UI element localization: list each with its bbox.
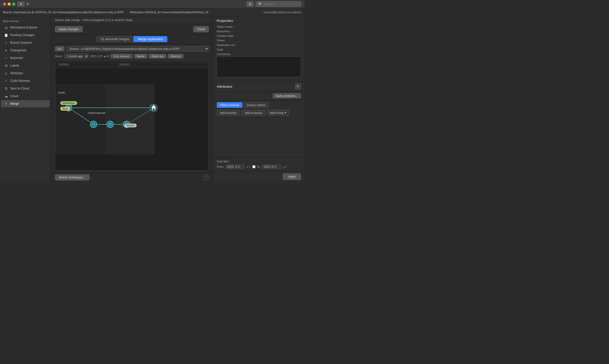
workspace-path: /Users/marklao/Desktop/0204Test_03 xyxy=(162,11,208,14)
close-button[interactable]: Close xyxy=(193,26,209,32)
replication-src-label: Replication src: xyxy=(217,43,245,47)
sidebar-item-code-reviews[interactable]: // Code Reviews xyxy=(1,77,50,84)
sidebar-item-sync-to-cloud[interactable]: ⇅ Sync to Cloud xyxy=(1,85,50,92)
zoom-out-button[interactable]: Zoom out xyxy=(149,54,166,58)
graph-svg xyxy=(55,68,209,170)
main-branch-label: /main xyxy=(56,90,67,95)
sidebar-item-labels[interactable]: 🏷 Labels xyxy=(1,62,50,69)
workspace-name: 0204Test_03 xyxy=(35,11,51,14)
source-row: Go Source - cs:3@0204Test_03@ssl://china… xyxy=(55,46,209,52)
creation-date-label: Creation date: xyxy=(217,34,245,37)
filters-section: Filters & format Display options Add inc… xyxy=(213,100,304,158)
gear-button[interactable]: ⚙ xyxy=(17,2,25,7)
sidebar-item-label: Cloud xyxy=(10,94,18,98)
source-select[interactable]: Source - cs:3@0204Test_03@ssl://chinauni… xyxy=(66,46,209,52)
owner-row: Owner: xyxy=(217,39,301,42)
base-label: Base xyxy=(60,107,70,111)
user-info: marcusl@unity3d.com (admin) xyxy=(264,11,301,14)
spinner-from-icon[interactable]: ▲▼ xyxy=(246,165,251,168)
sidebar-item-attributes[interactable]: ◇ Attributes xyxy=(1,70,50,77)
owner-label: Owner: xyxy=(217,39,245,42)
to-date-input[interactable] xyxy=(262,164,281,169)
guid-row: Guid: xyxy=(217,48,301,51)
zoom-in-button[interactable]: Zoom in xyxy=(168,54,183,58)
apply-attrs-row: Apply attributes... xyxy=(213,92,304,100)
sidebar-item-label: Pending Changes xyxy=(10,33,34,37)
sidebar-section-label: Main Actions xyxy=(0,18,51,24)
tab-automatic-merges[interactable]: 31 automatic merges xyxy=(96,36,134,42)
bottom-bar: Switch workspace... ? xyxy=(51,173,213,182)
filter-row: Since: 1 month ago 2021/ 1/ 5 ▲▼ Only re… xyxy=(55,54,209,59)
workspace-explorer-icon: 🗂 xyxy=(4,25,8,29)
date-filter-checkbox[interactable] xyxy=(252,165,255,168)
sidebar-item-cloud[interactable]: ☁ Cloud xyxy=(1,93,50,100)
apply-attributes-button[interactable]: Apply attributes... xyxy=(273,93,301,98)
graph-container: Go Source - cs:3@0204Test_03@ssl://china… xyxy=(51,44,213,173)
sidebar-item-label: Merge xyxy=(10,102,19,105)
sidebar: Main Actions 🗂 Workspace Explorer 📋 Pend… xyxy=(0,16,51,182)
sidebar-item-merge[interactable]: ⑂ Merge xyxy=(1,100,50,107)
branch-label: Branch xyxy=(3,11,12,14)
attributes-refresh-button[interactable]: ↻ xyxy=(295,83,301,89)
sidebar-item-workspace-explorer[interactable]: 🗂 Workspace Explorer xyxy=(1,24,50,31)
add-inclusion-button[interactable]: Add inclusion xyxy=(217,110,240,116)
workspace-label: Workspace 0204Test_03 xyxy=(130,11,161,14)
graph-date-header: 2/4/2021 2/5/2021 xyxy=(55,61,209,68)
minimize-window-button[interactable] xyxy=(8,3,11,6)
sidebar-item-label: Workspace Explorer xyxy=(10,26,38,29)
merge-tabs: 31 automatic merges Merge explanation xyxy=(51,35,213,44)
apply-bottom: Apply xyxy=(213,171,304,182)
properties-section: Properties Object name: Repository: Crea… xyxy=(213,16,304,81)
traffic-lights xyxy=(3,3,15,6)
maximize-window-button[interactable] xyxy=(12,3,15,6)
object-name-row: Object name: xyxy=(217,25,301,28)
attributes-title: Attributes xyxy=(217,85,232,88)
branches-icon: ⑂ xyxy=(4,56,8,60)
comments-textarea[interactable] xyxy=(217,57,301,77)
guid-label: Guid: xyxy=(217,48,245,51)
layout-button[interactable]: ⊞ xyxy=(246,1,254,7)
search-input[interactable] xyxy=(264,2,299,6)
sidebar-item-changesets[interactable]: ≡ Changesets xyxy=(1,47,50,54)
to-label: To: xyxy=(257,165,261,168)
svg-rect-0 xyxy=(55,84,105,154)
sidebar-item-label: Labels xyxy=(10,64,19,67)
graph-svg-container: 2/4/2021 2/5/2021 xyxy=(55,61,209,171)
chevron-down-icon: ▾ xyxy=(285,111,286,114)
sidebar-item-label: Attributes xyxy=(10,71,23,75)
filter-tabs: Filters & format Display options xyxy=(217,102,301,108)
from-date-input[interactable] xyxy=(226,164,245,169)
help-icon[interactable]: ? xyxy=(203,175,209,180)
refresh-button[interactable]: ↻ xyxy=(26,2,30,6)
merge-icon: ⑂ xyxy=(4,102,8,106)
search-box: 🔍 xyxy=(256,1,301,7)
inclusion-exclusion-btns: Add inclusion Add exclusion Add format ▾ xyxy=(217,110,301,116)
apply-button[interactable]: Apply xyxy=(283,173,301,180)
svg-point-20 xyxy=(108,122,112,126)
server-url: ssl://chinaunityplasticscm@sh01-plastics… xyxy=(52,11,124,14)
only-relevant-button[interactable]: Only relevant xyxy=(110,54,133,58)
switch-workspace-button[interactable]: Switch workspace... xyxy=(55,174,90,180)
home-button[interactable]: Home xyxy=(134,54,147,58)
tab-display-options[interactable]: Display options xyxy=(243,102,269,108)
sidebar-item-pending-changes[interactable]: 📋 Pending Changes xyxy=(1,32,50,39)
sidebar-item-branches[interactable]: ⑂ Branches xyxy=(1,54,50,62)
add-exclusion-button[interactable]: Add exclusion xyxy=(241,110,266,116)
branch-path: /main/marcusl xyxy=(13,11,30,14)
repository-row: Repository: xyxy=(217,30,301,33)
sidebar-item-branch-explorer[interactable]: ⑂ Branch Explorer xyxy=(1,39,50,46)
search-icon: 🔍 xyxy=(258,2,262,6)
content-header: Server side merge – from changeset cs:3 … xyxy=(51,16,213,24)
properties-panel: Properties Object name: Repository: Crea… xyxy=(213,16,304,182)
since-select[interactable]: 1 month ago xyxy=(64,54,89,59)
branchbar: Branch /main/marcusl @ 0204Test_03 ssl:/… xyxy=(0,8,304,16)
sidebar-item-label: Sync to Cloud xyxy=(10,87,29,90)
go-button[interactable]: Go xyxy=(55,46,64,51)
add-format-button[interactable]: Add format ▾ xyxy=(267,110,289,116)
spinner-to-icon[interactable]: ▲▼ xyxy=(283,165,287,168)
tab-filters-format[interactable]: Filters & format xyxy=(217,102,242,108)
close-window-button[interactable] xyxy=(3,3,6,6)
tab-merge-explanation[interactable]: Merge explanation xyxy=(134,36,167,42)
apply-changes-button[interactable]: Apply changes xyxy=(55,26,83,32)
sidebar-item-label: Branches xyxy=(10,56,23,60)
